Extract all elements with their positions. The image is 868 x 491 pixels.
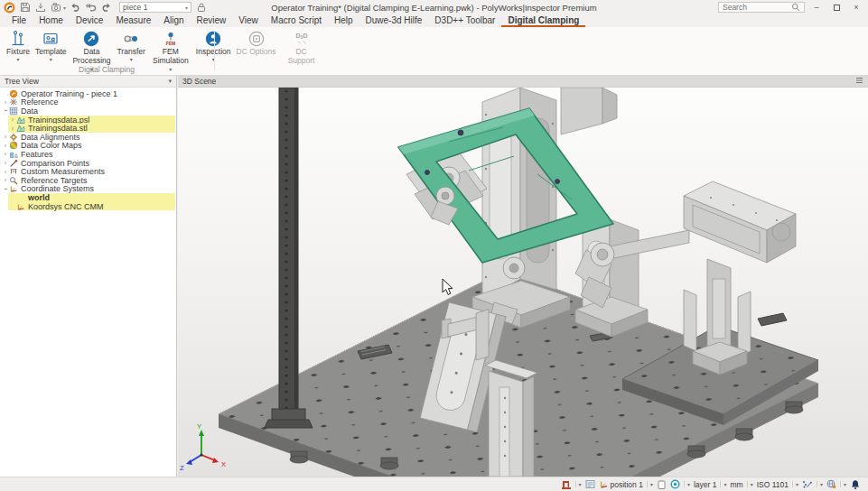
chevron-right-icon[interactable]: › xyxy=(2,160,9,166)
import-button[interactable] xyxy=(34,2,46,14)
chevron-down-icon[interactable]: ▾ xyxy=(720,481,726,487)
tree-item-comparison-points[interactable]: › Comparison Points xyxy=(0,159,176,168)
menu-device[interactable]: Device xyxy=(70,15,110,27)
tree-item-trainingsdata-psl[interactable]: › Trainingsdata.psl xyxy=(0,116,176,125)
chevron-right-icon[interactable]: › xyxy=(2,143,9,149)
menu-file[interactable]: File xyxy=(5,15,33,27)
chevron-down-icon[interactable]: ▾ xyxy=(63,5,66,11)
menu-review[interactable]: Review xyxy=(191,15,233,27)
chevron-down-icon[interactable]: ▾ xyxy=(575,481,582,487)
chevron-expanded-icon[interactable]: › xyxy=(3,185,9,192)
menu-macro-script[interactable]: Macro Script xyxy=(265,15,328,27)
custom-measurements-icon xyxy=(9,167,18,176)
coordinate-systems-icon xyxy=(9,184,18,193)
search-icon xyxy=(791,0,800,15)
data-alignments-icon xyxy=(9,133,18,142)
tree-panel-header[interactable]: Tree View ▾ xyxy=(0,76,176,88)
ribbon: Fixture ▾ Template ▾ Data Processing ▾ T… xyxy=(0,27,868,76)
position-selector[interactable]: position 1 ▾ xyxy=(599,479,653,489)
chevron-down-icon: ▾ xyxy=(130,57,133,63)
clipboard-button[interactable] xyxy=(657,479,667,489)
svg-text:D3D: D3D xyxy=(295,32,307,40)
chevron-right-icon[interactable]: › xyxy=(2,134,9,140)
device-selector[interactable]: ▾ xyxy=(561,479,582,490)
chevron-right-icon[interactable]: › xyxy=(2,177,9,183)
menu-align[interactable]: Align xyxy=(157,15,190,27)
chevron-down-icon[interactable]: ▾ xyxy=(684,481,690,487)
menu-duwe3d-hilfe[interactable]: Duwe-3d Hilfe xyxy=(359,15,429,27)
data-icon xyxy=(9,107,18,116)
redo-button[interactable] xyxy=(100,2,112,14)
fem-simulation-icon: FEM xyxy=(162,29,180,48)
menu-view[interactable]: View xyxy=(232,15,265,27)
tree-item-reference[interactable]: › Reference xyxy=(0,98,176,107)
tree-item-data[interactable]: › Data xyxy=(0,107,176,116)
axis-y-label: Y xyxy=(197,422,201,431)
tree-item-features[interactable]: › Features xyxy=(0,150,176,159)
menu-measure[interactable]: Measure xyxy=(109,15,157,27)
chevron-down-icon[interactable]: ▾ xyxy=(168,78,172,85)
lock-snapshot-icon[interactable] xyxy=(195,2,207,14)
menu-help[interactable]: Help xyxy=(328,15,359,27)
tree-item-world[interactable]: world xyxy=(0,193,176,202)
dc-options-icon xyxy=(247,29,266,48)
tree-item-data-alignments[interactable]: › Data Alignments xyxy=(0,133,176,142)
chevron-expanded-icon[interactable]: › xyxy=(3,107,9,115)
chevron-right-icon[interactable]: › xyxy=(2,99,9,106)
report-panel-button[interactable] xyxy=(585,479,595,489)
notifications-button[interactable] xyxy=(850,479,861,490)
tree-item-trainingsdata-stl[interactable]: › Trainingsdata.stl xyxy=(0,124,176,133)
titlebar: ▾ piece 1 ▾ Operator Training* (Digital … xyxy=(0,0,868,14)
chevron-down-icon[interactable]: ▾ xyxy=(817,481,823,487)
chevron-right-icon[interactable]: › xyxy=(2,169,9,175)
mesh-icon xyxy=(16,116,25,125)
point-display-selector[interactable]: ▾ xyxy=(802,479,823,489)
standard-selector[interactable]: ISO 1101 ▾ xyxy=(757,480,798,489)
fixture-button[interactable]: Fixture ▾ xyxy=(4,27,33,63)
units-selector[interactable]: mm ▾ xyxy=(730,480,752,489)
menu-home[interactable]: Home xyxy=(33,15,70,27)
piece-selector[interactable]: piece 1 ▾ xyxy=(119,2,191,13)
undo-button[interactable] xyxy=(70,2,81,14)
pin-panel-icon[interactable] xyxy=(855,77,863,86)
axis-z-label: Z xyxy=(180,464,184,472)
chevron-down-icon[interactable]: ▾ xyxy=(792,481,798,487)
chevron-right-icon[interactable]: › xyxy=(9,116,16,123)
menu-d3d-toolbar[interactable]: D3D++ Toolbar xyxy=(428,15,501,27)
layer-selector[interactable]: layer 1 ▾ xyxy=(694,480,727,489)
chevron-down-icon[interactable]: ▾ xyxy=(747,481,753,487)
3d-viewport[interactable]: Y X Z xyxy=(178,88,868,477)
minimize-button[interactable]: – xyxy=(807,0,826,14)
upper-machinery xyxy=(561,88,617,134)
search-box[interactable] xyxy=(718,2,805,13)
language-selector[interactable]: ▾ xyxy=(826,479,846,489)
tree-view: Operator Training - piece 1 › Reference … xyxy=(0,88,176,210)
chevron-right-icon[interactable]: › xyxy=(2,151,9,157)
units-label: mm xyxy=(730,480,742,489)
undo-all-button[interactable] xyxy=(85,2,97,14)
dc-support-button: D3D DC Support xyxy=(279,27,324,65)
maximize-button[interactable] xyxy=(826,0,846,14)
statusbar: ▾ position 1 ▾ ▾ layer 1 ▾ mm ▾ ISO 1101… xyxy=(0,477,868,491)
template-button[interactable]: Template ▾ xyxy=(33,27,70,63)
transfer-button[interactable]: Transfer ▾ xyxy=(114,27,147,63)
chevron-right-icon[interactable]: › xyxy=(9,125,16,132)
search-input[interactable] xyxy=(719,3,791,12)
share-button[interactable] xyxy=(50,2,61,14)
tree-item-data-color-maps[interactable]: › Data Color Maps xyxy=(0,142,176,151)
reference-targets-icon xyxy=(9,176,18,185)
dc-support-icon: D3D xyxy=(293,29,311,48)
menu-digital-clamping[interactable]: Digital Clamping xyxy=(501,15,585,27)
probe-selector[interactable]: ▾ xyxy=(670,479,690,489)
tree-item-koordsys-cnc-cmm[interactable]: Koordsys CNC CMM xyxy=(0,202,176,211)
tree-item-coordinate-systems[interactable]: › Coordinate Systems xyxy=(0,185,176,194)
chevron-down-icon[interactable]: ▾ xyxy=(840,481,846,487)
scene-panel-title: 3D Scene xyxy=(182,77,216,86)
close-button[interactable]: × xyxy=(846,0,866,14)
tree-item-project[interactable]: Operator Training - piece 1 xyxy=(0,89,176,98)
save-button[interactable] xyxy=(19,2,31,14)
tree-item-reference-targets[interactable]: › Reference Targets xyxy=(0,176,176,185)
polyworks-logo-icon[interactable] xyxy=(4,2,15,14)
chevron-down-icon[interactable]: ▾ xyxy=(647,481,653,487)
tree-item-custom-measurements[interactable]: › Custom Measurements xyxy=(0,167,176,176)
